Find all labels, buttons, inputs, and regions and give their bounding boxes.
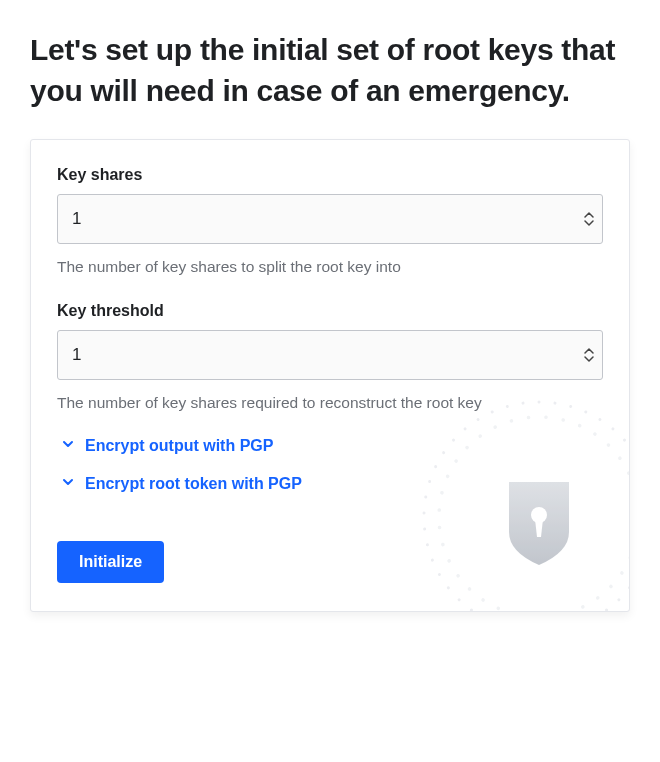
svg-point-60 (580, 605, 585, 610)
svg-point-56 (628, 556, 630, 561)
encrypt-root-token-label: Encrypt root token with PGP (85, 475, 302, 493)
stepper-down-icon[interactable] (583, 355, 595, 363)
svg-point-6 (622, 438, 626, 442)
svg-point-29 (446, 586, 450, 590)
svg-point-71 (438, 526, 442, 530)
key-threshold-label: Key threshold (57, 302, 603, 320)
key-threshold-stepper[interactable] (57, 330, 603, 380)
svg-point-28 (457, 598, 461, 602)
svg-point-5 (611, 427, 615, 431)
svg-point-50 (617, 456, 622, 461)
encrypt-output-label: Encrypt output with PGP (85, 437, 273, 455)
stepper-up-icon[interactable] (583, 347, 595, 355)
key-shares-helper: The number of key shares to split the ro… (57, 256, 603, 278)
svg-point-35 (424, 496, 427, 499)
svg-point-45 (544, 416, 548, 420)
svg-point-49 (606, 443, 611, 448)
key-shares-stepper[interactable] (57, 194, 603, 244)
key-shares-label: Key shares (57, 166, 603, 184)
form-actions: Initialize (57, 541, 603, 583)
key-threshold-group: Key threshold The number of key shares r… (57, 302, 603, 414)
svg-point-75 (454, 459, 459, 464)
svg-point-18 (605, 608, 609, 612)
svg-point-37 (434, 465, 438, 469)
stepper-down-icon[interactable] (583, 219, 595, 227)
encrypt-root-token-toggle[interactable]: Encrypt root token with PGP (57, 475, 603, 493)
initialize-button[interactable]: Initialize (57, 541, 164, 583)
svg-point-81 (531, 507, 547, 523)
chevron-down-icon (61, 475, 75, 493)
key-shares-group: Key shares The number of key shares to s… (57, 166, 603, 278)
svg-point-46 (561, 418, 565, 422)
svg-point-79 (509, 419, 513, 423)
svg-point-16 (628, 586, 630, 590)
stepper-up-icon[interactable] (583, 211, 595, 219)
setup-card: Key shares The number of key shares to s… (30, 139, 630, 612)
svg-point-58 (608, 584, 613, 589)
svg-point-47 (577, 424, 582, 429)
svg-point-72 (437, 508, 441, 512)
svg-point-40 (463, 427, 467, 431)
svg-point-4 (598, 418, 602, 422)
svg-point-48 (592, 432, 597, 437)
stepper-arrows (583, 347, 595, 363)
svg-point-59 (595, 596, 600, 601)
key-threshold-input[interactable] (57, 330, 603, 380)
svg-point-33 (423, 528, 426, 531)
svg-point-61 (564, 611, 568, 612)
stepper-arrows (583, 211, 595, 227)
svg-point-17 (617, 598, 621, 602)
key-shares-input[interactable] (57, 194, 603, 244)
svg-point-67 (467, 587, 472, 592)
encrypt-output-toggle[interactable]: Encrypt output with PGP (57, 437, 603, 455)
svg-point-65 (496, 606, 501, 611)
svg-point-57 (619, 571, 624, 576)
chevron-down-icon (61, 437, 75, 455)
svg-point-78 (493, 425, 498, 430)
svg-point-80 (527, 416, 531, 420)
svg-point-27 (469, 608, 473, 612)
svg-point-66 (481, 598, 486, 603)
svg-point-41 (476, 418, 480, 422)
svg-point-51 (626, 471, 630, 476)
key-threshold-helper: The number of key shares required to rec… (57, 392, 603, 414)
page-title: Let's set up the initial set of root key… (30, 30, 630, 111)
svg-point-34 (423, 512, 426, 515)
